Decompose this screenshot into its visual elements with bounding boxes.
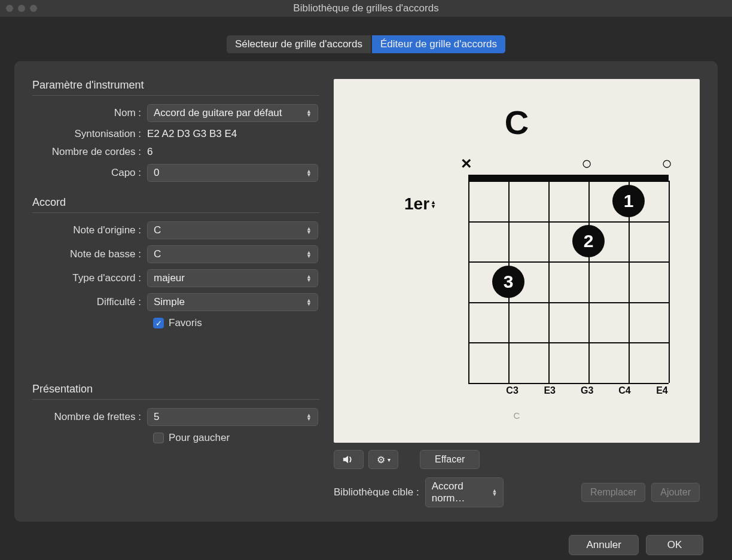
titlebar: Bibliothèque de grilles d'accords (0, 0, 732, 17)
frets-select[interactable]: 5 ▲▼ (147, 408, 318, 426)
chevron-updown-icon: ▲▼ (306, 109, 312, 117)
section-presentation: Présentation (32, 383, 319, 395)
chevron-down-icon: ▾ (388, 456, 391, 463)
favorite-checkbox[interactable]: ✓ (153, 318, 164, 328)
name-select[interactable]: Accord de guitare par défaut ▲▼ (147, 104, 318, 122)
settings-menu-button[interactable]: ⚙ ▾ (368, 450, 398, 469)
label-bass: Note de basse : (32, 248, 147, 260)
chevron-updown-icon: ▲▼ (306, 413, 312, 421)
divider (32, 95, 319, 96)
replace-button[interactable]: Remplacer (581, 483, 645, 502)
fretboard[interactable]: 123 (468, 181, 669, 383)
favorite-label: Favoris (169, 317, 202, 329)
fret-position[interactable]: 1er ▴▾ (404, 194, 435, 214)
close-window[interactable] (6, 5, 13, 12)
capo-value: 0 (154, 167, 159, 179)
divider (32, 212, 319, 213)
divider (32, 399, 319, 400)
root-value: C (154, 224, 161, 236)
string-note-label: E4 (655, 385, 669, 396)
section-instrument: Paramètre d'instrument (32, 79, 319, 92)
tuning-value: E2 A2 D3 G3 B3 E4 (147, 128, 237, 140)
chord-diagram[interactable]: C 1er ▴▾ ×○○ 123 C3E3G3C4E4 C (334, 79, 700, 443)
difficulty-value: Simple (154, 296, 185, 308)
strings-value: 6 (147, 146, 152, 158)
chord-name: C (334, 103, 700, 142)
lefthand-checkbox[interactable] (153, 433, 164, 443)
frets-value: 5 (154, 411, 159, 423)
lefthand-label: Pour gaucher (169, 432, 230, 444)
tab-selector[interactable]: Sélecteur de grille d'accords (226, 35, 371, 54)
clear-button[interactable]: Effacer (420, 450, 480, 469)
label-frets: Nombre de frettes : (32, 411, 147, 423)
tab-editor[interactable]: Éditeur de grille d'accords (371, 35, 506, 54)
type-select[interactable]: majeur ▲▼ (147, 269, 318, 287)
label-strings: Nombre de cordes : (32, 146, 147, 158)
chevron-updown-icon: ▲▼ (306, 299, 312, 306)
segmented-control: Sélecteur de grille d'accords Éditeur de… (14, 35, 718, 54)
label-difficulty: Difficulté : (32, 296, 147, 308)
string-note-label: C4 (618, 385, 631, 396)
target-library-select[interactable]: Accord norm… ▲▼ (425, 477, 504, 507)
stepper-icon: ▴▾ (432, 200, 435, 208)
section-chord: Accord (32, 196, 319, 209)
string-note-label: E3 (543, 385, 556, 396)
label-type: Type d'accord : (32, 272, 147, 284)
window-title: Bibliothèque de grilles d'accords (0, 2, 732, 14)
finger-marker[interactable]: 2 (572, 225, 605, 257)
chevron-updown-icon: ▲▼ (306, 275, 312, 282)
play-sound-button[interactable] (334, 450, 364, 469)
root-select[interactable]: C ▲▼ (147, 221, 318, 239)
chevron-updown-icon: ▲▼ (306, 169, 312, 176)
cancel-button[interactable]: Annuler (569, 535, 639, 555)
speaker-icon (343, 455, 355, 464)
zoom-window[interactable] (30, 5, 37, 12)
string-note-label: G3 (581, 385, 594, 396)
ok-button[interactable]: OK (646, 535, 703, 555)
chevron-updown-icon: ▲▼ (492, 489, 497, 496)
chord-subtitle: C (334, 410, 700, 421)
type-value: majeur (154, 272, 185, 284)
target-library-label: Bibliothèque cible : (334, 486, 419, 498)
label-root: Note d'origine : (32, 224, 147, 236)
name-value: Accord de guitare par défaut (154, 107, 282, 119)
chevron-updown-icon: ▲▼ (306, 251, 312, 258)
bass-select[interactable]: C ▲▼ (147, 245, 318, 263)
label-capo: Capo : (32, 167, 147, 179)
finger-marker[interactable]: 3 (492, 266, 524, 298)
label-tuning: Syntonisation : (32, 128, 147, 140)
gear-icon: ⚙ (377, 454, 385, 465)
capo-select[interactable]: 0 ▲▼ (147, 164, 318, 182)
bass-value: C (154, 248, 161, 260)
label-name: Nom : (32, 107, 147, 119)
open-marker[interactable]: ○ (581, 153, 592, 174)
chevron-updown-icon: ▲▼ (306, 227, 312, 234)
minimize-window[interactable] (18, 5, 25, 12)
target-library-value: Accord norm… (432, 480, 492, 504)
difficulty-select[interactable]: Simple ▲▼ (147, 293, 318, 311)
finger-marker[interactable]: 1 (612, 185, 645, 217)
add-button[interactable]: Ajouter (651, 483, 700, 502)
mute-marker[interactable]: × (461, 153, 472, 174)
string-note-label (468, 385, 481, 396)
open-marker[interactable]: ○ (661, 153, 672, 174)
string-note-label: C3 (506, 385, 519, 396)
nut (468, 175, 669, 181)
